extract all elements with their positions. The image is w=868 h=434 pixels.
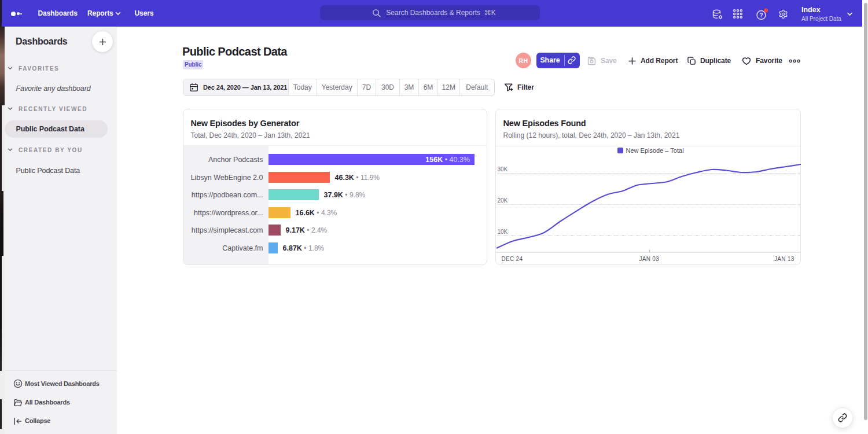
svg-text:?: ? (759, 12, 763, 19)
